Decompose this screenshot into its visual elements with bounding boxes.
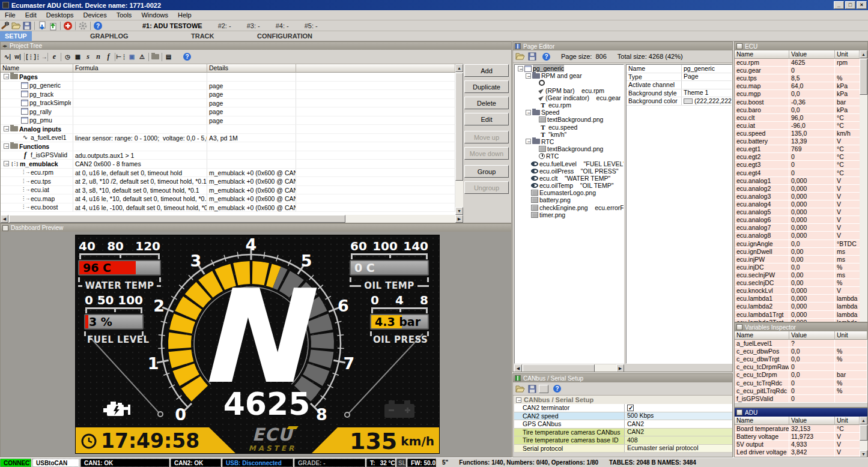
menu-item[interactable]: Tools <box>112 11 137 19</box>
page-editor-tree-item[interactable]: "km/h" <box>515 131 624 138</box>
help-icon[interactable]: ? <box>182 52 192 62</box>
data-row[interactable]: ecu.injDC 0,0 % <box>735 264 861 271</box>
project-tree-row[interactable]: Pages <box>1 73 455 82</box>
data-row[interactable]: ecu.ignAngle 0,0 °BTDC <box>735 240 861 248</box>
project-tree-row[interactable]: a_fuelLevel1 linear sensor: range: 0 - 1… <box>1 134 455 143</box>
column-header-value[interactable]: Value <box>789 50 835 59</box>
scroll-thumb[interactable] <box>523 364 595 372</box>
project-tree-button[interactable]: Delete <box>464 97 509 109</box>
project-tree-button[interactable]: Move down <box>464 147 509 160</box>
help-icon[interactable] <box>93 21 103 31</box>
data-row[interactable]: ecu.egt4 0 °C <box>735 169 861 177</box>
data-row[interactable]: ecu.analog6 0,000 V <box>735 216 861 224</box>
property-row[interactable]: Background style Theme 1 <box>627 89 732 98</box>
data-row[interactable]: c_ecu_tcTrqRdc 0 % <box>735 379 867 387</box>
column-header-unit[interactable]: Unit <box>835 417 860 425</box>
page-editor-tree-item[interactable]: battery.png <box>515 196 624 203</box>
project-tree-button[interactable]: Edit <box>464 113 509 125</box>
data-row[interactable]: ecu.egt1 769 °C <box>735 145 861 153</box>
help-icon[interactable]: ? <box>553 385 561 393</box>
read-device-icon[interactable] <box>37 21 47 31</box>
property-row[interactable]: Type Page <box>627 73 732 82</box>
data-row[interactable]: ecu.battery 13,39 V <box>735 137 861 145</box>
scroll-thumb[interactable] <box>455 73 463 181</box>
make-icon[interactable] <box>1 21 10 31</box>
column-header-unit[interactable]: Unit <box>835 331 867 340</box>
data-row[interactable]: ecu.analog2 0,000 V <box>735 185 861 193</box>
string-icon[interactable]: s <box>83 52 93 62</box>
expand-icon[interactable] <box>4 74 9 79</box>
expand-icon[interactable] <box>518 66 523 71</box>
analog-input-icon[interactable]: ∿| <box>2 52 13 62</box>
page-editor-tree-item[interactable]: RPM and gear <box>515 72 624 79</box>
close-button[interactable]: × <box>857 1 867 9</box>
data-row[interactable]: 5V output 4,933 V <box>735 441 861 448</box>
page-editor-tree-item[interactable]: Speed <box>515 109 624 116</box>
sep[interactable] <box>61 53 61 61</box>
scroll-left-icon[interactable]: ◀ <box>514 364 522 372</box>
page-editor-tree-item[interactable]: (RPM bar) ecu.rpm <box>515 87 624 94</box>
page-editor-tree-item[interactable] <box>515 79 624 86</box>
project-tree-row[interactable]: ecu.boost at 4, u16 le, -100, default se… <box>1 203 455 212</box>
project-tree-vscrollbar[interactable]: ▲ ▼ <box>455 64 463 215</box>
device-slot[interactable]: #1: ADU TESTOWE <box>142 22 202 29</box>
data-row[interactable]: ecu.lambda2 0,000 lambda <box>735 303 861 310</box>
project-tree-button[interactable]: Move up <box>464 131 509 143</box>
project-tree-row[interactable]: ecu.rpm at 0, u16 le, default set 0, tim… <box>1 169 455 178</box>
page-editor-tree-item[interactable]: pg_generic <box>515 65 624 72</box>
project-tree-row[interactable]: Functions <box>1 142 455 151</box>
project-tree-row[interactable]: ecu.tps at 2, u8, *10 /2, default set 0,… <box>1 177 455 186</box>
scroll-left-icon[interactable]: ◀ <box>1 215 8 223</box>
enum-icon[interactable]: e <box>49 52 59 62</box>
data-row[interactable]: Board temperature 32,153 °C <box>735 425 861 433</box>
canbus-section-header[interactable]: CANbus / Serial Setup <box>514 396 732 404</box>
color-swatch[interactable] <box>684 98 693 104</box>
canbus-setting-row[interactable]: Serial protocol Ecumaster serial protoco… <box>514 445 732 453</box>
project-tree-button[interactable]: Group <box>464 165 509 178</box>
write-device-icon[interactable] <box>48 21 58 31</box>
minimize-button[interactable]: _ <box>834 1 844 9</box>
data-row[interactable]: ecu.egt2 0 °C <box>735 153 861 161</box>
data-row[interactable]: a_fuelLevel1 ? <box>735 340 867 348</box>
alert-icon[interactable]: ⚠ <box>137 52 147 62</box>
data-row[interactable]: ecu.iat -96,0 °C <box>735 122 861 130</box>
canbus-input-icon[interactable]: ⋮→ <box>36 52 46 62</box>
save-icon[interactable] <box>527 52 537 61</box>
data-row[interactable]: c_ecu_dbwTrgt 0,0 % <box>735 355 867 363</box>
data-row[interactable]: f_isGPSValid 0 <box>735 395 867 403</box>
scroll-right-icon[interactable]: ▶ <box>455 215 463 223</box>
sep[interactable] <box>115 53 115 61</box>
scroll-up-icon[interactable]: ▲ <box>455 64 463 72</box>
checkbox[interactable] <box>627 405 634 411</box>
project-tree-row[interactable]: pg_track page <box>1 90 455 99</box>
expand-icon[interactable] <box>4 161 9 166</box>
data-row[interactable]: ecu.tps 8,5 % <box>735 74 861 82</box>
scroll-right-icon[interactable]: ▶ <box>616 364 624 372</box>
project-tree-row[interactable]: pg_trackSimple page <box>1 99 455 108</box>
sep[interactable] <box>24 53 25 61</box>
scroll-thumb[interactable] <box>860 425 867 441</box>
data-row[interactable]: ecu.analog7 0,000 V <box>735 224 861 232</box>
switch-input-icon[interactable]: w| <box>13 52 23 62</box>
expand-icon[interactable] <box>4 143 9 149</box>
data-row[interactable]: ecu.lambda1Trgt 0,000 lambda <box>735 311 861 319</box>
adu-vscrollbar[interactable]: ▼ <box>860 425 867 457</box>
data-row[interactable]: ecu.map 64,0 kPa <box>735 82 861 90</box>
property-row[interactable]: Activate channel <box>627 81 732 89</box>
expand-icon[interactable] <box>526 110 531 115</box>
add-device-icon[interactable] <box>63 21 73 31</box>
device-slot[interactable]: #5: - <box>305 22 318 29</box>
data-row[interactable]: ecu.analog3 0,000 V <box>735 193 861 200</box>
menu-item[interactable]: Help <box>173 11 196 19</box>
data-row[interactable]: Led driver voltage 3,842 V <box>735 448 861 456</box>
expand-icon[interactable] <box>4 126 9 131</box>
data-row[interactable]: Battery voltage 11,9723 V <box>735 433 861 441</box>
data-row[interactable]: ecu.speed 135,0 km/h <box>735 130 861 137</box>
page-editor-tree-item[interactable]: ecu.oilPress "OIL PRESS" battery <box>515 167 624 175</box>
function-icon[interactable]: f <box>103 52 114 62</box>
maximize-button[interactable]: □ <box>845 1 855 9</box>
data-row[interactable]: ecu.knockLvl 0,000 V <box>735 287 861 295</box>
sep[interactable] <box>148 53 149 61</box>
page-editor-tree-item[interactable]: EcumasterLogo.png <box>515 189 624 196</box>
text-icon[interactable]: ▤ <box>163 52 174 62</box>
